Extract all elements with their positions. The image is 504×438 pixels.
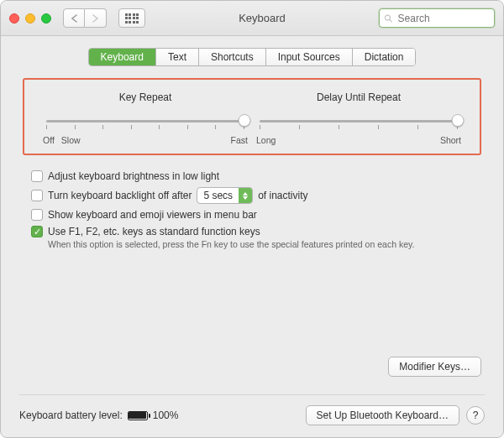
tab-shortcuts[interactable]: Shortcuts xyxy=(199,49,266,65)
search-field[interactable] xyxy=(379,8,495,28)
check-icon: ✓ xyxy=(34,227,41,237)
titlebar: Keyboard xyxy=(1,1,503,36)
battery-label: Keyboard battery level: xyxy=(19,409,123,421)
key-repeat-title: Key Repeat xyxy=(43,91,248,103)
chevron-left-icon xyxy=(71,14,78,23)
label-long: Long xyxy=(256,135,276,145)
window-title: Keyboard xyxy=(152,12,372,24)
delay-labels: Long Short xyxy=(256,135,461,145)
dropdown-value: 5 secs xyxy=(197,190,239,201)
back-button[interactable] xyxy=(63,8,85,28)
option-backlight-off: Turn keyboard backlight off after 5 secs… xyxy=(31,187,481,204)
label-fast: Fast xyxy=(231,135,248,145)
label-backlight-before: Turn keyboard backlight off after xyxy=(48,190,192,201)
battery-level: Keyboard battery level: 100% xyxy=(19,409,178,421)
minimize-icon[interactable] xyxy=(25,13,35,23)
delay-title: Delay Until Repeat xyxy=(256,91,461,103)
label-fn-keys: Use F1, F2, etc. keys as standard functi… xyxy=(48,226,260,237)
label-short: Short xyxy=(440,135,461,145)
checkbox-auto-brightness[interactable] xyxy=(31,170,43,182)
checkbox-backlight-off[interactable] xyxy=(31,190,43,201)
svg-point-0 xyxy=(385,15,390,20)
delay-slider[interactable] xyxy=(260,115,458,132)
delay-slider-group: Delay Until Repeat Long Short xyxy=(256,91,461,145)
label-emoji-viewer: Show keyboard and emoji viewers in menu … xyxy=(48,209,257,221)
search-icon xyxy=(384,13,393,23)
dropdown-stepper-icon xyxy=(239,188,252,203)
bottom-bar: Keyboard battery level: 100% Set Up Blue… xyxy=(19,394,485,425)
nav-buttons xyxy=(63,8,107,28)
grid-icon xyxy=(125,13,139,23)
tab-text[interactable]: Text xyxy=(156,49,199,65)
battery-percent: 100% xyxy=(153,409,179,421)
tab-bar: Keyboard Text Shortcuts Input Sources Di… xyxy=(88,48,417,66)
modifier-keys-row: Modifier Keys… xyxy=(388,357,481,377)
label-slow: Slow xyxy=(61,135,81,145)
preferences-window: Keyboard Keyboard Text Shortcuts Input S… xyxy=(0,0,504,438)
content-area: Keyboard Text Shortcuts Input Sources Di… xyxy=(1,36,503,249)
help-button[interactable]: ? xyxy=(466,406,485,425)
checkbox-emoji-viewer[interactable] xyxy=(31,209,43,221)
hint-fn-keys: When this option is selected, press the … xyxy=(48,239,481,249)
tab-input-sources[interactable]: Input Sources xyxy=(266,49,353,65)
window-controls xyxy=(9,13,51,23)
svg-line-1 xyxy=(390,19,392,22)
option-auto-brightness: Adjust keyboard brightness in low light xyxy=(31,170,481,182)
zoom-icon[interactable] xyxy=(41,13,51,23)
close-icon[interactable] xyxy=(9,13,19,23)
tab-keyboard[interactable]: Keyboard xyxy=(89,49,156,65)
bluetooth-keyboard-button[interactable]: Set Up Bluetooth Keyboard… xyxy=(306,405,459,425)
forward-button[interactable] xyxy=(85,8,107,28)
key-repeat-labels: Off Slow Fast xyxy=(43,135,248,145)
key-repeat-slider[interactable] xyxy=(46,115,244,132)
option-emoji-viewer: Show keyboard and emoji viewers in menu … xyxy=(31,209,481,221)
modifier-keys-button[interactable]: Modifier Keys… xyxy=(388,357,481,377)
label-backlight-after: of inactivity xyxy=(258,190,307,201)
option-fn-keys: ✓ Use F1, F2, etc. keys as standard func… xyxy=(31,226,481,237)
battery-icon xyxy=(128,411,148,420)
search-input[interactable] xyxy=(396,12,490,25)
label-auto-brightness: Adjust keyboard brightness in low light xyxy=(48,170,219,182)
show-all-button[interactable] xyxy=(118,8,145,28)
backlight-timeout-dropdown[interactable]: 5 secs xyxy=(197,187,253,204)
key-repeat-group: Key Repeat Off Slow Fast xyxy=(43,91,248,145)
checkbox-fn-keys[interactable]: ✓ xyxy=(31,226,43,237)
chevron-right-icon xyxy=(92,14,99,23)
slider-highlight: Key Repeat Off Slow Fast Delay Until Rep… xyxy=(23,78,481,155)
tab-dictation[interactable]: Dictation xyxy=(353,49,416,65)
label-off: Off xyxy=(43,135,55,145)
